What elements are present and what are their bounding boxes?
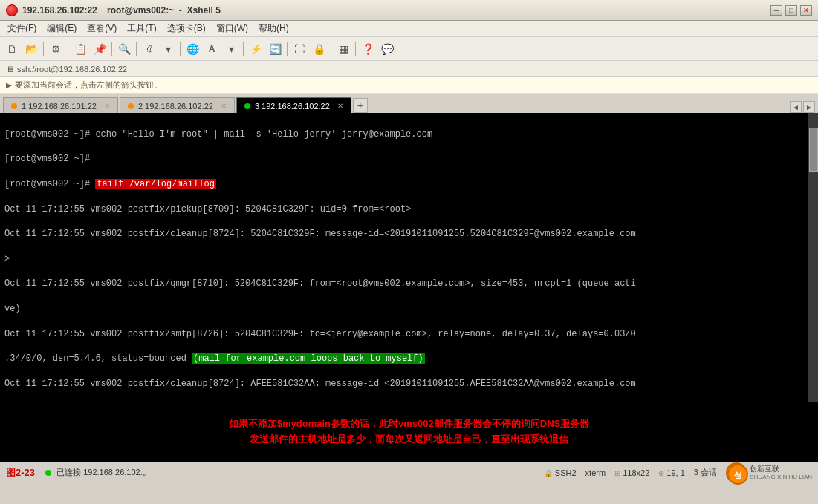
sftp-button[interactable]: 🔄: [266, 40, 284, 58]
title-user: root@vms002:~: [107, 5, 174, 16]
term-line-10: .34/0/0, dsn=5.4.6, status=bounced (mail…: [4, 353, 803, 365]
term-line-6: >: [4, 253, 803, 266]
search-button[interactable]: 🔍: [115, 40, 133, 58]
session-hint-bar: ▶ 要添加当前会话，点击左侧的箭头按钮。: [0, 77, 818, 94]
menu-tabs[interactable]: 选项卡(B): [163, 21, 210, 36]
loop-msg-highlight: (mail for example.com loops back to myse…: [192, 353, 425, 364]
brand-logo: 创 创新互联 CHUANG XIN HU LIAN: [726, 462, 812, 483]
tab-prev-button[interactable]: ◄: [790, 101, 802, 113]
status-right: 🔒 SSH2 xterm ⊞ 118x22 ⊕ 19, 1 3 会话 创 创新互…: [544, 462, 812, 483]
tab-close-1[interactable]: ✕: [104, 102, 110, 110]
note-line-2: 发送邮件的主机地址是多少，而每次又返回地址是自己，直至出现系统退信: [229, 432, 589, 448]
tabs-nav: ◄ ►: [790, 101, 815, 113]
toolbar: 🗋 📂 ⚙ 📋 📌 🔍 🖨 ▾ 🌐 A ▾ ⚡ 🔄 ⛶ 🔒 ▦ ❓ 💬: [0, 37, 818, 61]
address-icon: 🖥: [6, 65, 14, 73]
tab-3[interactable]: 3 192.168.26.102:22 ✕: [236, 97, 351, 114]
address-text: ssh://root@192.168.26.102:22: [17, 65, 127, 73]
settings-button[interactable]: ⚙: [47, 40, 65, 58]
note-area: 如果不添加$mydomain参数的话，此时vms002邮件服务器会不停的询问DN…: [0, 402, 818, 462]
brand-text: 创新互联 CHUANG XIN HU LIAN: [750, 465, 812, 481]
app-icon: [6, 4, 18, 16]
size-label: ⊞ 118x22: [614, 468, 649, 477]
fullscreen-button[interactable]: ⛶: [290, 40, 308, 58]
title-bar: 192.168.26.102:22 root@vms002:~ - Xshell…: [0, 0, 818, 21]
menu-view[interactable]: 查看(V): [82, 21, 121, 36]
brand-name-en: CHUANG XIN HU LIAN: [750, 474, 812, 481]
vertical-scrollbar[interactable]: [808, 113, 818, 402]
scrollbar-thumb[interactable]: [809, 128, 818, 172]
separator-2: [68, 42, 68, 56]
menu-window[interactable]: 窗口(W): [212, 21, 253, 36]
figure-label: 图2-23: [6, 466, 35, 480]
print-dropdown[interactable]: ▾: [159, 40, 177, 58]
term-line-8: ve): [4, 303, 803, 315]
font-dropdown[interactable]: ▾: [222, 40, 240, 58]
menu-tools[interactable]: 工具(T): [123, 21, 160, 36]
term-line-4: Oct 11 17:12:55 vms002 postfix/pickup[87…: [4, 203, 803, 216]
brand-name: 创新互联: [750, 465, 812, 474]
tab-dot-1: [11, 103, 17, 109]
separator-9: [355, 42, 356, 56]
restore-button[interactable]: □: [785, 5, 797, 16]
address-bar: 🖥 ssh://root@192.168.26.102:22: [0, 61, 818, 77]
close-button[interactable]: ✕: [800, 5, 812, 16]
tab-close-3[interactable]: ✕: [337, 102, 343, 110]
separator-5: [180, 42, 181, 56]
title-text: 192.168.26.102:22 root@vms002:~ - Xshell…: [22, 5, 221, 16]
sessions-label: 3 会话: [694, 467, 717, 478]
hint-arrow-icon: ▶: [6, 81, 12, 89]
tab-1[interactable]: 1 192.168.26.101:22 ✕: [3, 97, 118, 114]
add-tab-button[interactable]: +: [353, 98, 368, 113]
tab-2[interactable]: 2 192.168.26.102:22 ✕: [120, 97, 235, 114]
transfer-button[interactable]: ⚡: [247, 40, 264, 58]
term-line-9: Oct 11 17:12:55 vms002 postfix/smtp[8726…: [4, 328, 803, 341]
connection-text: 已连接 192.168.26.102:。: [56, 467, 151, 478]
tab-close-2[interactable]: ✕: [221, 102, 227, 110]
term-label: xterm: [585, 468, 606, 477]
copy-button[interactable]: 📋: [71, 40, 89, 58]
tab-label-3: 3 192.168.26.102:22: [255, 102, 330, 111]
menu-help[interactable]: 帮助(H): [254, 21, 293, 36]
term-line-3: [root@vms002 ~]# tailf /var/log/maillog: [4, 178, 803, 191]
note-line-1: 如果不添加$mydomain参数的话，此时vms002邮件服务器会不停的询问DN…: [229, 416, 589, 432]
menu-file[interactable]: 文件(F): [3, 21, 41, 36]
title-ip: 192.168.26.102:22: [22, 5, 97, 16]
term-line-1: [root@vms002 ~]# echo "Hello I'm root" |…: [4, 128, 803, 141]
separator-4: [136, 42, 137, 56]
tab-label-1: 1 192.168.26.101:22: [22, 102, 97, 111]
open-button[interactable]: 📂: [22, 40, 40, 58]
term-line-11: Oct 11 17:12:55 vms002 postfix/cleanup[8…: [4, 378, 803, 390]
separator-3: [111, 42, 112, 56]
brand-icon: 创: [726, 462, 747, 483]
lock-button[interactable]: 🔒: [310, 40, 328, 58]
info-button[interactable]: ❓: [359, 40, 377, 58]
note-text: 如果不添加$mydomain参数的话，此时vms002邮件服务器会不停的询问DN…: [229, 416, 589, 448]
tab-dot-3: [244, 103, 250, 109]
pos-value: 19, 1: [666, 468, 684, 477]
title-bar-left: 192.168.26.102:22 root@vms002:~ - Xshell…: [6, 4, 221, 16]
separator-8: [331, 42, 331, 56]
separator-6: [243, 42, 244, 56]
paste-button[interactable]: 📌: [91, 40, 108, 58]
tab-next-button[interactable]: ►: [803, 101, 815, 113]
layout-button[interactable]: ▦: [334, 40, 352, 58]
title-app: Xshell 5: [187, 5, 221, 16]
chat-button[interactable]: 💬: [378, 40, 396, 58]
size-value: 118x22: [623, 468, 649, 477]
tabs-bar: 1 192.168.26.101:22 ✕ 2 192.168.26.102:2…: [0, 94, 818, 113]
minimize-button[interactable]: ─: [770, 5, 782, 16]
new-button[interactable]: 🗋: [3, 40, 21, 58]
separator-1: [43, 42, 44, 56]
menu-edit[interactable]: 编辑(E): [42, 21, 81, 36]
connection-dot: [45, 470, 51, 476]
font-button[interactable]: A: [203, 40, 221, 58]
hint-text: 要添加当前会话，点击左侧的箭头按钮。: [15, 79, 162, 91]
print-button[interactable]: 🖨: [140, 40, 158, 58]
window-controls: ─ □ ✕: [770, 5, 812, 16]
ssh-label: SSH2: [555, 468, 577, 477]
terminal[interactable]: [root@vms002 ~]# echo "Hello I'm root" |…: [0, 113, 808, 402]
status-bar: 图2-23 已连接 192.168.26.102:。 🔒 SSH2 xterm …: [0, 462, 818, 482]
globe-button[interactable]: 🌐: [184, 40, 201, 58]
terminal-wrapper: [root@vms002 ~]# echo "Hello I'm root" |…: [0, 113, 818, 402]
menu-bar: 文件(F) 编辑(E) 查看(V) 工具(T) 选项卡(B) 窗口(W) 帮助(…: [0, 21, 818, 37]
